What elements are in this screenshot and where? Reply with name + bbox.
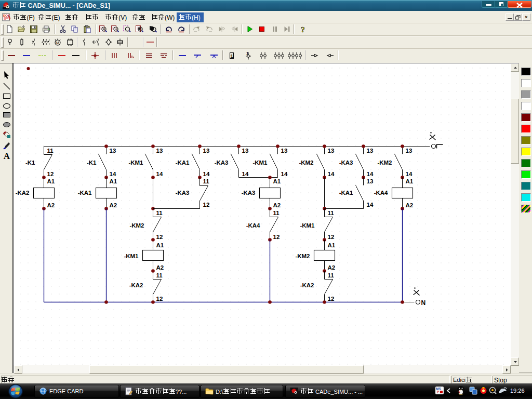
svg-text:13: 13 <box>406 148 413 154</box>
svg-text:-KA3: -KA3 <box>215 159 229 166</box>
svg-text:A2: A2 <box>156 264 164 271</box>
svg-text:A1: A1 <box>273 178 281 184</box>
svg-text:11: 11 <box>328 210 335 216</box>
svg-text:13: 13 <box>110 148 116 154</box>
svg-text:A1: A1 <box>110 178 117 184</box>
svg-text:14: 14 <box>156 171 163 177</box>
svg-text:14: 14 <box>328 171 335 177</box>
svg-text:14: 14 <box>367 171 374 177</box>
svg-text:-K1: -K1 <box>87 159 97 166</box>
svg-text:-KM1: -KM1 <box>124 253 139 259</box>
svg-text:13: 13 <box>156 148 163 154</box>
svg-text:-KM1: -KM1 <box>300 222 315 229</box>
svg-text:-KA2: -KA2 <box>16 190 30 196</box>
svg-text:M: M <box>56 41 59 45</box>
svg-text:13: 13 <box>242 148 249 154</box>
svg-text:14: 14 <box>367 202 374 208</box>
svg-text:-KM2: -KM2 <box>377 159 392 166</box>
svg-text:A1: A1 <box>406 178 414 184</box>
svg-text:-KM2: -KM2 <box>295 253 310 259</box>
svg-text:-KA2: -KA2 <box>300 282 314 288</box>
svg-text:11: 11 <box>328 272 335 278</box>
svg-text:13: 13 <box>328 148 335 154</box>
svg-text:11: 11 <box>156 272 163 278</box>
svg-text:14: 14 <box>406 171 413 177</box>
svg-text:12: 12 <box>273 234 280 240</box>
svg-text:1: 1 <box>230 53 233 58</box>
svg-text:A1: A1 <box>156 242 164 248</box>
svg-text:14: 14 <box>110 171 116 177</box>
svg-text:-KA1: -KA1 <box>78 190 92 196</box>
svg-text:12: 12 <box>203 202 210 208</box>
svg-text:13: 13 <box>367 148 374 154</box>
svg-text:A2: A2 <box>47 202 55 208</box>
svg-text:11: 11 <box>47 148 54 154</box>
svg-text:-K1: -K1 <box>25 159 35 166</box>
svg-text:A: A <box>4 151 10 161</box>
svg-text:A2: A2 <box>406 202 414 208</box>
svg-text:-KA3: -KA3 <box>242 190 256 196</box>
svg-text:A2: A2 <box>273 202 281 208</box>
svg-text:A2: A2 <box>328 264 336 271</box>
svg-text:-KA1: -KA1 <box>339 190 353 196</box>
svg-text:12: 12 <box>156 296 163 302</box>
svg-text:?: ? <box>301 25 305 34</box>
svg-text:P: P <box>437 390 440 394</box>
svg-text:-KA2: -KA2 <box>129 282 143 288</box>
svg-text:12: 12 <box>156 234 163 240</box>
svg-text:11: 11 <box>273 210 280 216</box>
svg-text:-KM1: -KM1 <box>252 159 268 166</box>
svg-text:14: 14 <box>203 171 210 177</box>
svg-text:-KA4: -KA4 <box>374 190 388 196</box>
svg-text:-KA4: -KA4 <box>246 222 260 229</box>
svg-text:-KM2: -KM2 <box>299 159 313 166</box>
svg-text:14: 14 <box>242 171 249 177</box>
svg-text:A1: A1 <box>47 178 55 184</box>
svg-text:13: 13 <box>367 178 374 184</box>
svg-text:A2: A2 <box>110 202 117 208</box>
svg-text:N: N <box>421 299 426 307</box>
svg-text:A1: A1 <box>328 242 336 248</box>
svg-text:12: 12 <box>47 171 54 177</box>
svg-text:13: 13 <box>281 148 288 154</box>
svg-text:14: 14 <box>281 171 288 177</box>
svg-text:13: 13 <box>203 148 210 154</box>
svg-text:12: 12 <box>328 234 335 240</box>
svg-text:11: 11 <box>156 210 163 216</box>
svg-text:-KM1: -KM1 <box>128 159 143 166</box>
svg-text:11: 11 <box>203 178 210 184</box>
svg-text:-KA3: -KA3 <box>176 190 190 196</box>
svg-text:12: 12 <box>328 296 335 302</box>
svg-text:-KM2: -KM2 <box>129 222 144 229</box>
svg-text:-KA1: -KA1 <box>176 159 190 166</box>
svg-text:-KA3: -KA3 <box>339 159 353 166</box>
